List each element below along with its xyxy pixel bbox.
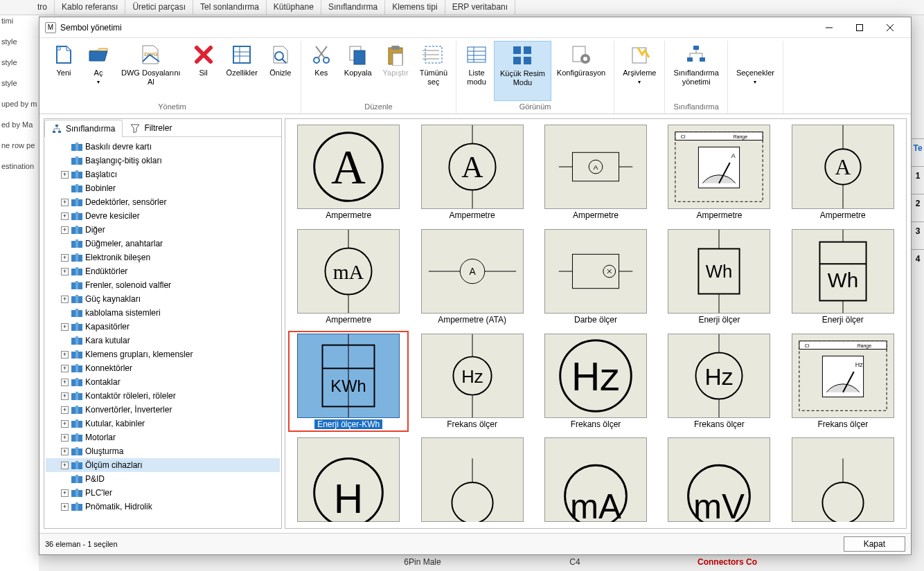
symbol-item[interactable]: WhEnerji ölçer [659,226,779,328]
bg-tab[interactable]: Üretici parçası [125,0,193,15]
tree-item[interactable]: +Dedektörler, sensörler [46,195,280,209]
symbol-item[interactable]: HzFrekans ölçer [535,331,656,433]
close-button[interactable]: Kapat [844,536,905,552]
tree-item[interactable]: +Konnektörler [46,361,280,375]
tree-item[interactable]: Kara kutular [46,334,280,347]
symbol-thumbnail[interactable]: CIRangeHz [792,334,894,418]
symbol-item[interactable] [411,435,532,525]
ribbon-sinif-button[interactable]: Sınıflandırma yönetimi [668,41,724,101]
tree-item[interactable]: +Oluşturma [46,444,280,458]
symbol-thumbnail[interactable]: KWh [297,334,400,418]
symbol-item[interactable]: Darbe ölçer [535,226,656,328]
symbol-item[interactable] [783,435,903,525]
bg-tab[interactable]: Kablo referansı [55,0,125,15]
symbol-thumbnail[interactable]: Hz [668,334,770,418]
ribbon-secenek-button[interactable]: Seçenekler▾ [731,41,780,109]
bg-tab[interactable]: Kütüphane [267,0,321,15]
symbol-thumbnail[interactable] [544,229,647,314]
ribbon-dwg-button[interactable]: DWGDWG Dosyalarını Al [116,41,186,101]
expand-icon[interactable]: + [61,392,69,400]
expand-icon[interactable]: + [61,268,69,275]
bg-tab[interactable]: ERP veritabanı [445,0,516,15]
bg-tab[interactable]: Klemens tipi [385,0,445,15]
symbol-grid[interactable]: AAmpermetreAAmpermetreAAmpermetreCIRange… [285,118,907,529]
expand-icon[interactable]: + [61,296,69,303]
symbol-thumbnail[interactable]: H [297,437,400,522]
tree-item[interactable]: +Pnömatik, Hidrolik [46,500,280,514]
tree-item[interactable]: kablolama sistemleri [46,306,280,320]
close-window-button[interactable] [875,18,905,37]
tree-item[interactable]: +PLC'ler [46,486,280,500]
symbol-thumbnail[interactable]: Wh [668,229,770,314]
ribbon-thumb-button[interactable]: Küçük Resim Modu [494,41,551,101]
symbol-item[interactable]: mV [659,435,779,525]
expand-icon[interactable]: + [61,199,69,206]
tree-item[interactable]: +Başlatıcı [46,167,280,181]
symbol-thumbnail[interactable]: A [421,229,524,314]
tree-item[interactable]: Frenler, solenoid valfler [46,278,280,292]
expand-icon[interactable]: + [61,323,69,331]
symbol-item[interactable]: mA [535,435,656,525]
ribbon-kes-button[interactable]: Kes [304,41,339,101]
expand-icon[interactable]: + [61,406,69,414]
ribbon-sil-button[interactable]: Sil [186,41,221,101]
tree-item[interactable]: +Motorlar [46,430,280,444]
bg-tab[interactable]: Tel sonlandırma [193,0,267,15]
tree-item[interactable]: +Diğer [46,223,280,237]
symbol-item[interactable]: AAmpermetre [535,122,656,224]
tree-item[interactable]: +Konvertörler, İnverterler [46,403,280,417]
symbol-thumbnail[interactable] [792,437,894,522]
symbol-item[interactable]: H [288,435,409,525]
expand-icon[interactable]: + [61,434,69,442]
ribbon-yeni-button[interactable]: Yeni [46,41,81,101]
tree-item[interactable]: Başlangıç-bitiş okları [46,154,280,167]
expand-icon[interactable]: + [61,462,69,469]
tree-item[interactable]: +Ölçüm cihazları [46,458,280,472]
ribbon-kopyala-button[interactable]: Kopyala [339,41,377,101]
tree-item[interactable]: Baskılı devre kartı [46,140,280,154]
ribbon-ac-button[interactable]: Aç▾ [81,41,116,101]
symbol-thumbnail[interactable]: A [544,125,647,209]
symbol-thumbnail[interactable]: A [297,125,400,209]
expand-icon[interactable]: + [61,379,69,386]
ribbon-liste-button[interactable]: Liste modu [459,41,494,101]
symbol-item[interactable]: AAmpermetre [411,122,532,224]
bg-tab[interactable]: Sınıflandırma [321,0,385,15]
expand-icon[interactable]: + [61,351,69,359]
tree-item[interactable]: +Kontaklar [46,375,280,389]
symbol-thumbnail[interactable]: A [792,125,894,209]
tree-item[interactable]: +Devre kesiciler [46,209,280,223]
symbol-item[interactable]: WhEnerji ölçer [783,226,903,328]
expand-icon[interactable]: + [61,489,69,497]
tree-item[interactable]: P&ID [46,472,280,486]
classification-tree[interactable]: Baskılı devre kartıBaşlangıç-bitiş oklar… [44,137,281,528]
tree-item[interactable]: +Kontaktör röleleri, röleler [46,389,280,403]
expand-icon[interactable]: + [61,212,69,220]
expand-icon[interactable]: + [61,226,69,234]
symbol-item[interactable]: CIRangeAAmpermetre [659,122,779,224]
ribbon-onizle-button[interactable]: Önizle [263,41,298,101]
symbol-thumbnail[interactable]: mA [297,229,400,314]
ribbon-arsiv-button[interactable]: Arşivleme▾ [617,41,661,109]
expand-icon[interactable]: + [61,365,69,372]
symbol-item[interactable]: CIRangeHzFrekans ölçer [783,331,903,433]
symbol-thumbnail[interactable]: Wh [792,229,894,314]
ribbon-konfig-button[interactable]: Konfigürasyon [551,41,611,101]
expand-icon[interactable]: + [61,503,69,511]
expand-icon[interactable]: + [61,254,69,262]
maximize-button[interactable] [844,18,875,37]
symbol-thumbnail[interactable]: Hz [421,334,524,418]
tree-item[interactable]: +Endüktörler [46,264,280,278]
expand-icon[interactable]: + [61,171,69,179]
symbol-thumbnail[interactable]: mA [544,437,647,522]
bg-tab[interactable]: tro [30,0,55,15]
symbol-item[interactable]: mAAmpermetre [288,226,409,328]
symbol-thumbnail[interactable]: CIRangeA [668,125,770,209]
lp-tab-sinif[interactable]: Sınıflandırma [44,120,123,137]
tree-item[interactable]: +Klemens grupları, klemensler [46,347,280,361]
ribbon-ozellikler-button[interactable]: Özellikler [221,41,263,101]
symbol-thumbnail[interactable]: mV [668,437,770,522]
minimize-button[interactable] [814,18,844,37]
symbol-item[interactable]: AAmpermetre [288,122,409,224]
expand-icon[interactable]: + [61,420,69,428]
